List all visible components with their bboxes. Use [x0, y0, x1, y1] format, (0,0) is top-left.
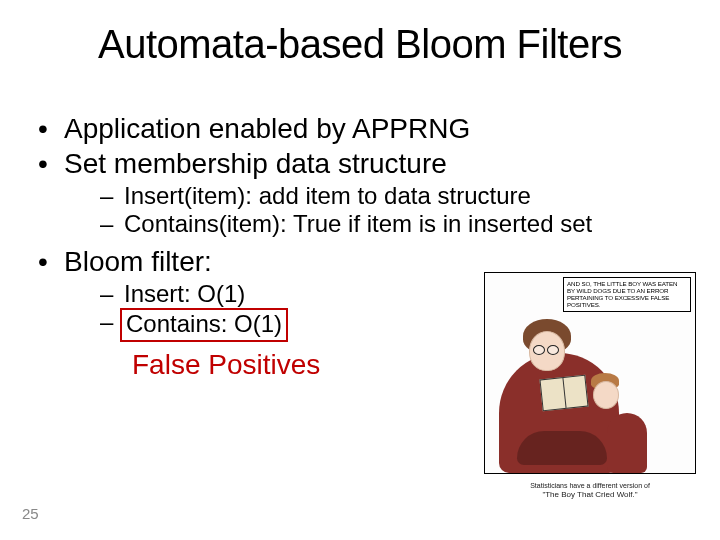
bullet-text: Insert: O(1) — [124, 280, 245, 307]
comic-child-head — [593, 381, 619, 409]
comic-caption-line: "The Boy That Cried Wolf." — [542, 490, 637, 499]
bullet-text: Set membership data structure — [64, 148, 447, 179]
comic-book — [539, 375, 588, 412]
bullet-text: Application enabled by APPRNG — [64, 113, 470, 144]
sub-bullet-item: Contains(item): True if item is in inser… — [64, 210, 690, 238]
bullet-item: Set membership data structure Insert(ite… — [30, 147, 690, 239]
slide: Automata-based Bloom Filters Application… — [0, 0, 720, 540]
sub-bullet-item: Insert(item): add item to data structure — [64, 182, 690, 210]
comic-panel: AND SO, THE LITTLE BOY WAS EATEN BY WILD… — [484, 272, 696, 474]
page-number: 25 — [22, 505, 39, 522]
slide-title: Automata-based Bloom Filters — [0, 22, 720, 67]
sub-bullet-list: Insert(item): add item to data structure… — [64, 182, 690, 239]
comic-speech-bubble: AND SO, THE LITTLE BOY WAS EATEN BY WILD… — [563, 277, 691, 312]
bullet-text: Insert(item): add item to data structure — [124, 182, 531, 209]
comic-chair — [499, 353, 639, 473]
highlight-box: Contains: O(1) — [120, 308, 288, 342]
glasses-icon — [533, 345, 559, 353]
comic-image: AND SO, THE LITTLE BOY WAS EATEN BY WILD… — [484, 272, 696, 500]
comic-caption-line: Statisticians have a different version o… — [530, 482, 650, 489]
bullet-text: Contains(item): True if item is in inser… — [124, 210, 592, 237]
bullet-text: Bloom filter: — [64, 246, 212, 277]
comic-caption: Statisticians have a different version o… — [484, 482, 696, 500]
bullet-item: Application enabled by APPRNG — [30, 112, 690, 145]
